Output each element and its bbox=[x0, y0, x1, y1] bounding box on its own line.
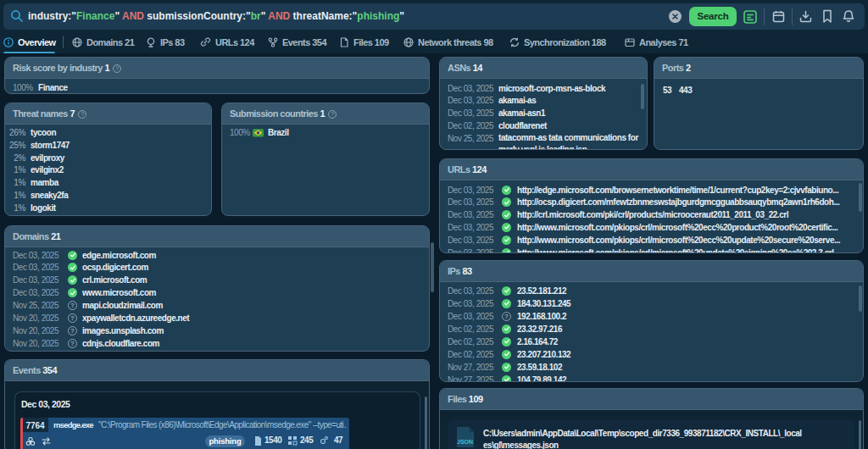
svg-text:JSON: JSON bbox=[457, 439, 473, 445]
